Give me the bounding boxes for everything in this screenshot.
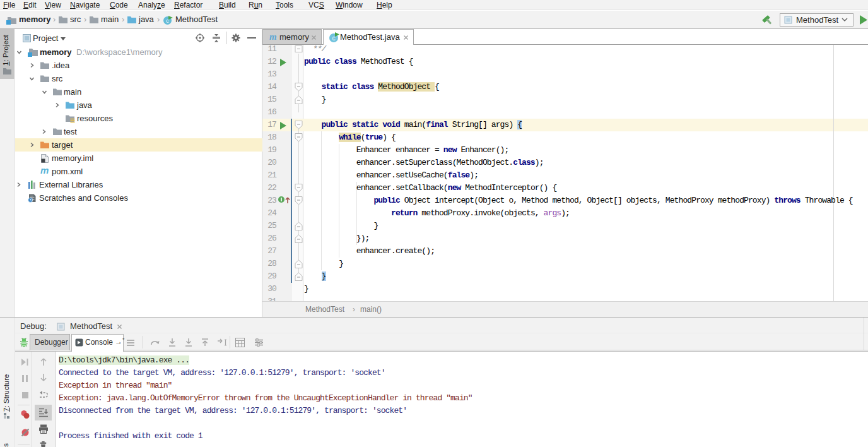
svg-text:c: c — [332, 35, 336, 42]
